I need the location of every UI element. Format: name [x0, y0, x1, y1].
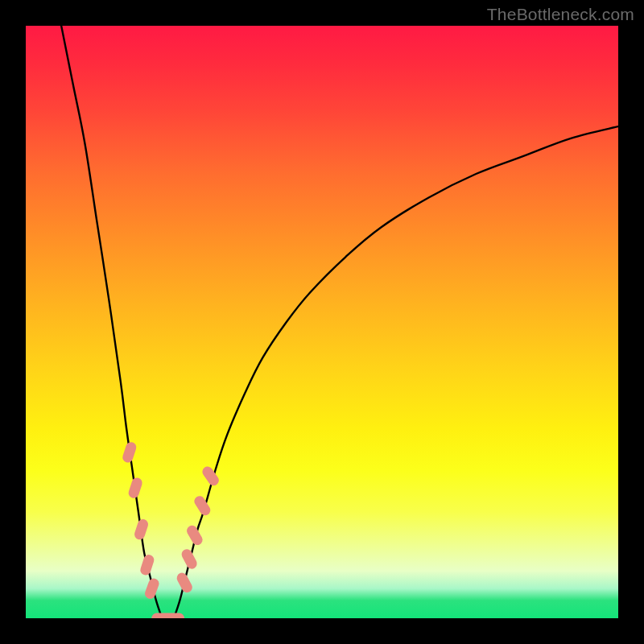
marker-left-1 [127, 477, 143, 500]
curve-left [61, 26, 162, 618]
marker-left-0 [122, 441, 138, 464]
marker-flat-6 [163, 613, 184, 619]
marker-group [122, 441, 221, 618]
marker-left-3 [139, 553, 155, 576]
marker-right-8 [180, 547, 199, 571]
marker-left-4 [143, 577, 160, 601]
marker-right-7 [175, 571, 194, 594]
curve-right [174, 126, 618, 618]
marker-right-9 [185, 523, 204, 547]
chart-svg [26, 26, 618, 618]
marker-right-10 [192, 494, 213, 518]
marker-right-11 [200, 464, 221, 488]
marker-left-2 [133, 518, 149, 541]
plot-area [26, 26, 618, 618]
chart-frame: TheBottleneck.com [0, 0, 644, 644]
watermark-text: TheBottleneck.com [487, 5, 634, 24]
